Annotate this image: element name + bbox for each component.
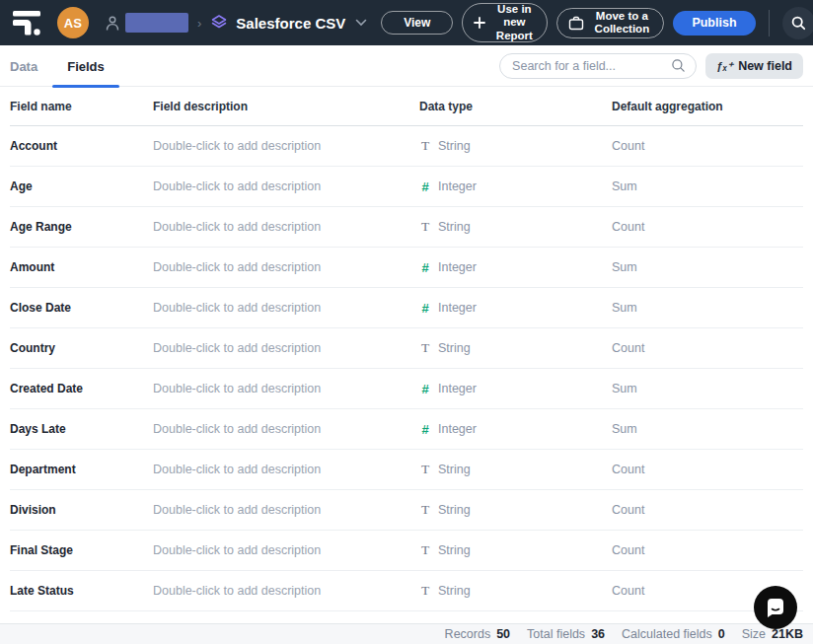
field-description[interactable]: Double-click to add description xyxy=(153,220,419,234)
breadcrumb-separator: › xyxy=(197,16,201,31)
user-avatar[interactable]: AS xyxy=(57,7,89,38)
string-type-icon: T xyxy=(419,340,431,356)
mode-logo-icon[interactable] xyxy=(12,8,43,37)
field-description[interactable]: Double-click to add description xyxy=(153,503,419,517)
field-description[interactable]: Double-click to add description xyxy=(153,260,419,274)
dataset-icon xyxy=(210,14,228,32)
move-to-collection-button[interactable]: Move to a Collection xyxy=(556,8,664,38)
column-header-type: Data type xyxy=(419,100,612,113)
fields-table-header: Field name Field description Data type D… xyxy=(10,87,803,126)
field-type: Integer xyxy=(438,422,477,436)
string-type-icon: T xyxy=(419,219,431,235)
use-in-new-report-button[interactable]: Use in new Report xyxy=(462,3,548,42)
field-type-cell[interactable]: # Integer xyxy=(419,260,612,275)
string-type-icon: T xyxy=(419,542,431,558)
field-aggregation[interactable]: Sum xyxy=(612,301,803,315)
field-description[interactable]: Double-click to add description xyxy=(153,382,419,395)
chevron-down-icon[interactable] xyxy=(355,19,367,27)
field-description[interactable]: Double-click to add description xyxy=(153,341,419,355)
use-in-new-report-label: Use in new Report xyxy=(492,3,536,42)
integer-type-icon: # xyxy=(419,301,431,316)
table-row[interactable]: Department Double-click to add descripti… xyxy=(10,450,803,490)
field-description[interactable]: Double-click to add description xyxy=(153,422,419,436)
field-type-cell[interactable]: T String xyxy=(419,542,612,558)
field-aggregation[interactable]: Sum xyxy=(612,382,803,395)
size-label: Size xyxy=(742,627,766,641)
string-type-icon: T xyxy=(419,138,431,154)
global-search-button[interactable] xyxy=(782,7,813,39)
field-type: String xyxy=(438,543,471,557)
calculated-fields-label: Calculated fields xyxy=(622,627,712,641)
tab-data[interactable]: Data xyxy=(10,45,52,87)
table-row[interactable]: Division Double-click to add description… xyxy=(10,490,803,531)
field-aggregation[interactable]: Sum xyxy=(612,422,803,436)
field-aggregation[interactable]: Sum xyxy=(612,260,803,274)
view-button[interactable]: View xyxy=(381,11,453,35)
field-name: Account xyxy=(10,139,153,153)
field-type: Integer xyxy=(438,260,477,274)
field-aggregation[interactable]: Sum xyxy=(612,179,803,193)
field-aggregation[interactable]: Count xyxy=(612,139,803,153)
integer-type-icon: # xyxy=(419,382,431,396)
table-row[interactable]: Final Stage Double-click to add descript… xyxy=(10,531,803,571)
table-row[interactable]: Days Late Double-click to add descriptio… xyxy=(10,409,803,450)
field-type-cell[interactable]: T String xyxy=(419,502,612,518)
field-aggregation[interactable]: Count xyxy=(612,503,803,517)
table-row[interactable]: Late Status Double-click to add descript… xyxy=(10,571,803,611)
total-fields-stat: Total fields 36 xyxy=(527,627,605,641)
plus-icon xyxy=(474,17,485,29)
field-description[interactable]: Double-click to add description xyxy=(153,543,419,557)
navbar-divider xyxy=(769,10,770,36)
fields-table: Field name Field description Data type D… xyxy=(0,87,813,611)
table-row[interactable]: Close Date Double-click to add descripti… xyxy=(10,288,803,328)
field-aggregation[interactable]: Count xyxy=(612,463,803,476)
chat-launcher-button[interactable] xyxy=(754,586,797,629)
field-type-cell[interactable]: T String xyxy=(419,340,612,356)
field-name: Late Status xyxy=(10,584,153,598)
table-row[interactable]: Age Double-click to add description # In… xyxy=(10,167,803,207)
field-aggregation[interactable]: Count xyxy=(612,543,803,557)
field-name: Division xyxy=(10,503,153,517)
workspace-name-redacted[interactable] xyxy=(125,13,188,33)
chat-bubble-icon xyxy=(765,598,786,618)
table-row[interactable]: Amount Double-click to add description #… xyxy=(10,248,803,288)
new-field-button[interactable]: ƒₓ⁺ New field xyxy=(705,53,803,79)
field-type-cell[interactable]: T String xyxy=(419,583,612,599)
field-type-cell[interactable]: # Integer xyxy=(419,301,612,316)
field-description[interactable]: Double-click to add description xyxy=(153,139,419,153)
integer-type-icon: # xyxy=(419,179,431,194)
move-to-collection-label: Move to a Collection xyxy=(591,10,652,36)
search-icon xyxy=(671,58,686,73)
field-type-cell[interactable]: T String xyxy=(419,462,612,477)
field-search-input[interactable] xyxy=(512,59,671,73)
field-type-cell[interactable]: T String xyxy=(419,219,612,235)
table-row[interactable]: Age Range Double-click to add descriptio… xyxy=(10,207,803,248)
field-type-cell[interactable]: # Integer xyxy=(419,179,612,194)
field-aggregation[interactable]: Count xyxy=(612,341,803,355)
field-description[interactable]: Double-click to add description xyxy=(153,463,419,476)
table-row[interactable]: Country Double-click to add description … xyxy=(10,328,803,369)
total-fields-label: Total fields xyxy=(527,627,585,641)
field-name: Days Late xyxy=(10,422,153,436)
column-header-aggregation: Default aggregation xyxy=(612,100,803,113)
field-type: Integer xyxy=(438,301,477,315)
person-icon xyxy=(105,15,120,32)
integer-type-icon: # xyxy=(419,422,431,437)
field-description[interactable]: Double-click to add description xyxy=(153,584,419,598)
tab-fields[interactable]: Fields xyxy=(52,45,119,87)
string-type-icon: T xyxy=(419,502,431,518)
field-type-cell[interactable]: # Integer xyxy=(419,422,612,437)
search-icon xyxy=(790,15,807,32)
field-name: Age Range xyxy=(10,220,153,234)
records-stat: Records 50 xyxy=(445,627,510,641)
field-type: String xyxy=(438,503,471,517)
integer-type-icon: # xyxy=(419,260,431,275)
field-aggregation[interactable]: Count xyxy=(612,220,803,234)
field-description[interactable]: Double-click to add description xyxy=(153,301,419,315)
field-type-cell[interactable]: # Integer xyxy=(419,382,612,396)
table-row[interactable]: Created Date Double-click to add descrip… xyxy=(10,369,803,409)
publish-button[interactable]: Publish xyxy=(673,11,755,36)
table-row[interactable]: Account Double-click to add description … xyxy=(10,126,803,167)
field-type-cell[interactable]: T String xyxy=(419,138,612,154)
field-description[interactable]: Double-click to add description xyxy=(153,179,419,193)
